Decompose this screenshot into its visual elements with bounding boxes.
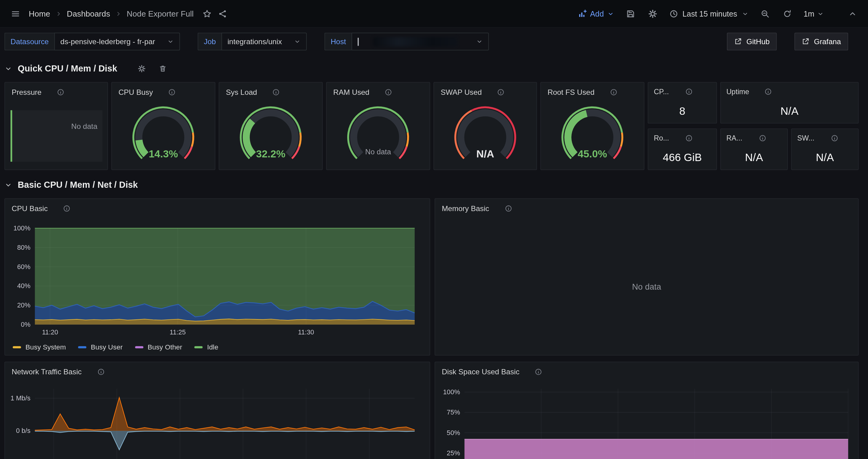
panel-header[interactable]: Disk Space Used Basic [435, 362, 858, 381]
panel-header[interactable]: CP... [648, 83, 716, 100]
panel-network-traffic-basic: Network Traffic Basic 1 Mb/s0 b/s [4, 362, 430, 459]
chevron-down-icon [817, 10, 824, 17]
stat-value: N/A [721, 99, 858, 123]
panel-header[interactable]: Memory Basic [435, 199, 858, 217]
job-select[interactable]: integrations/unix [221, 33, 307, 50]
breadcrumb-home[interactable]: Home [29, 9, 50, 18]
external-link-icon [802, 38, 809, 45]
legend-item[interactable]: Busy System [13, 343, 66, 351]
variable-datasource: Datasource ds-pensive-lederberg - fr-par [4, 33, 180, 50]
panel-title: Network Traffic Basic [12, 368, 82, 376]
panel-header[interactable]: Ro... [648, 129, 716, 147]
trash-icon [159, 65, 166, 72]
panel-header[interactable]: SW... [792, 129, 858, 147]
save-dashboard-button[interactable] [623, 6, 638, 22]
panel-title: Uptime [726, 87, 749, 95]
legend-swatch [194, 346, 203, 348]
chevron-right-icon [55, 10, 62, 17]
info-icon[interactable] [535, 368, 542, 375]
info-icon[interactable] [273, 88, 280, 95]
variable-label: Host [324, 33, 351, 50]
top-navbar: Home Dashboards Node Exporter Full Add [0, 0, 868, 28]
network-traffic-chart[interactable]: 1 Mb/s0 b/s [5, 381, 429, 459]
info-icon[interactable] [831, 134, 838, 142]
section-title: Quick CPU / Mem / Disk [18, 64, 117, 74]
no-data-text: No data [435, 217, 858, 355]
menu-button[interactable] [8, 6, 23, 22]
info-icon[interactable] [97, 368, 104, 375]
grafana-dashboard: Home Dashboards Node Exporter Full Add [0, 0, 868, 459]
favorite-button[interactable] [199, 6, 215, 22]
section-settings-button[interactable] [134, 61, 149, 77]
panel-title: CPU Basic [12, 204, 48, 212]
info-icon[interactable] [685, 88, 692, 95]
collapse-controls-button[interactable] [845, 6, 860, 22]
cpu-basic-chart[interactable]: 100%80%60%40%20%0%11:2011:2511:30 [5, 217, 429, 355]
variable-label: Job [198, 33, 221, 50]
section-basic-cpu-mem-net-disk[interactable]: Basic CPU / Mem / Net / Disk [4, 177, 138, 193]
panel-header[interactable]: RA... [721, 129, 787, 147]
zoom-out-time-button[interactable] [757, 6, 773, 22]
topbar-actions: Add Last 15 minutes 1m [576, 6, 860, 22]
panel-memory-basic: Memory Basic No data [435, 198, 859, 356]
legend-item[interactable]: Idle [194, 343, 218, 351]
refresh-interval-dropdown[interactable]: 1m [801, 9, 826, 18]
info-icon[interactable] [765, 88, 772, 95]
info-icon[interactable] [504, 205, 512, 212]
info-icon[interactable] [685, 134, 692, 142]
info-icon[interactable] [759, 134, 766, 142]
star-icon [203, 9, 211, 18]
svg-text:100%: 100% [443, 388, 460, 396]
legend-label: Busy User [91, 343, 123, 351]
time-range-picker[interactable]: Last 15 minutes [667, 9, 750, 18]
panel-header[interactable]: CPU Basic [5, 199, 429, 217]
panel-header[interactable]: CPU Busy [112, 83, 215, 101]
share-button[interactable] [215, 6, 230, 22]
legend-item[interactable]: Busy Other [135, 343, 182, 351]
panel-header[interactable]: RAM Used [327, 83, 430, 101]
swap-used-gauge: N/A [434, 101, 536, 170]
panel-header[interactable]: Uptime [721, 83, 858, 100]
breadcrumb-dashboards[interactable]: Dashboards [67, 9, 110, 18]
dashboard-settings-button[interactable] [645, 6, 660, 22]
info-icon[interactable] [385, 88, 392, 95]
chevron-down-icon [4, 181, 12, 189]
panel-header[interactable]: SWAP Used [434, 83, 536, 101]
panel-header[interactable]: Pressure [5, 83, 107, 101]
panel-title: Memory Basic [442, 204, 489, 212]
legend-item[interactable]: Busy User [78, 343, 123, 351]
section-quick-cpu-mem-disk[interactable]: Quick CPU / Mem / Disk [4, 61, 170, 77]
menu-icon [11, 9, 20, 18]
grafana-link-button[interactable]: Grafana [795, 33, 848, 50]
panel-header[interactable]: Sys Load [219, 83, 322, 101]
info-icon[interactable] [168, 88, 176, 95]
info-icon[interactable] [63, 205, 70, 212]
add-button[interactable]: Add [576, 9, 616, 18]
panel-sys-load: Sys Load 32.2% [219, 82, 323, 170]
svg-text:60%: 60% [17, 263, 30, 271]
datasource-value: ds-pensive-lederberg - fr-par [60, 37, 155, 46]
section-delete-button[interactable] [155, 61, 170, 77]
panel-title: RA... [726, 134, 742, 142]
host-select[interactable] [351, 33, 489, 50]
info-icon[interactable] [610, 88, 617, 95]
datasource-select[interactable]: ds-pensive-lederberg - fr-par [54, 33, 180, 50]
chevron-down-icon [476, 38, 483, 45]
panel-header[interactable]: Root FS Used [541, 83, 644, 101]
panel-title: SWAP Used [441, 88, 482, 96]
info-icon[interactable] [497, 88, 504, 95]
stat-value: N/A [792, 146, 858, 170]
chevron-down-icon [607, 10, 614, 17]
breadcrumb-current: Node Exporter Full [127, 9, 193, 18]
info-icon[interactable] [57, 88, 64, 95]
panel-cpu-basic: CPU Basic 100%80%60%40%20%0%11:2011:2511… [4, 198, 430, 356]
pressure-plot[interactable] [10, 110, 102, 162]
time-range-label: Last 15 minutes [682, 9, 737, 18]
disk-space-chart[interactable]: 100%75%50%25% [435, 381, 858, 459]
github-link-button[interactable]: GitHub [727, 33, 777, 50]
panel-rootfs-total: Ro... 466 GiB [648, 128, 717, 170]
chevron-down-icon [4, 65, 12, 72]
panel-header[interactable]: Network Traffic Basic [5, 362, 429, 381]
panel-disk-space-used-basic: Disk Space Used Basic 100%75%50%25% [435, 362, 859, 459]
refresh-button[interactable] [779, 6, 795, 22]
